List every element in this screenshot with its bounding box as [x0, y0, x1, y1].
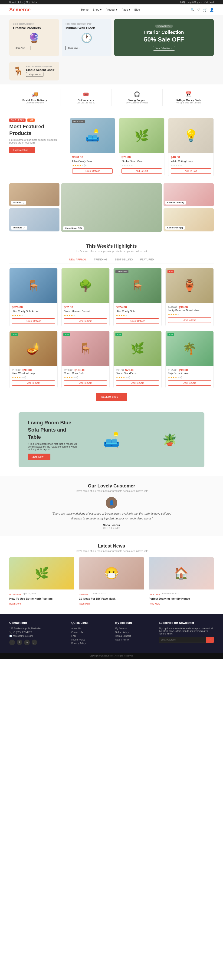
footer-link-contact[interactable]: Contact Us — [71, 631, 108, 633]
banner3-btn[interactable]: View Collection → — [153, 46, 175, 51]
explore-shop-bottom-btn[interactable]: Explore Shop → — [96, 393, 127, 401]
footer-quick-links: Quick Links About Us Contact Us FAQ Impo… — [71, 621, 108, 646]
news-cat: Home Decor — [79, 593, 91, 595]
add-to-cart-btn[interactable]: Add To Cart — [64, 380, 107, 386]
top-bar-right: FAQ Help & Support Gift Card — [180, 1, 214, 3]
add-to-cart-btn[interactable]: Add To Cart — [171, 169, 211, 174]
main-nav: Home Shop ▾ Product ▾ Page ▾ Blog — [81, 8, 140, 11]
tab-trending[interactable]: TRENDING — [90, 256, 111, 263]
cart-icon[interactable]: 🛒 — [203, 8, 207, 11]
promo-banner: Living Room Blue Sofa Plants and Table I… — [19, 412, 204, 467]
add-to-cart-btn[interactable]: Add To Cart — [168, 317, 211, 323]
add-to-cart-btn[interactable]: Add To Cart — [116, 380, 159, 386]
add-to-cart-btn[interactable]: Add To Cart — [168, 380, 211, 386]
news-date: April 18, 2022 — [93, 592, 106, 595]
add-to-cart-btn[interactable]: Add To Cart — [64, 318, 107, 324]
rating: ★★★★★ (0) — [116, 376, 130, 379]
product-body: $125.00 $99.00 Lucky Bamboo Strand Vase … — [165, 303, 213, 325]
footer-link-about[interactable]: About Us — [71, 627, 108, 630]
price-new: $99.00 — [22, 368, 32, 372]
promo-btn[interactable]: Shop Now → — [28, 453, 50, 460]
news-desc: Here's some of our most popular products… — [9, 550, 214, 552]
select-options-btn[interactable]: Select Options — [116, 318, 159, 324]
product-card: Out of Stock 🛋️ $320.00 Ultra Comfy Sofa… — [70, 118, 115, 176]
product-name: Crinco Chair Sofa — [64, 372, 107, 374]
footer-newsletter-desc: Sign up for our newsletter and stay up t… — [159, 627, 214, 635]
category-fashion[interactable]: Fashion (7) — [9, 183, 59, 207]
newsletter-email-input[interactable] — [159, 637, 206, 643]
promo-wrapper: Living Room Blue Sofa Plants and Table I… — [0, 412, 223, 476]
product-image: 🪑 — [10, 268, 58, 303]
footer-help-support[interactable]: Help & Support — [115, 635, 152, 637]
youtube-icon[interactable]: yt — [32, 640, 37, 645]
vase-icon: 🏺 — [183, 279, 197, 292]
banner2-btn[interactable]: Shop Now → — [66, 46, 83, 50]
feature-support-title: Strong Support — [128, 99, 146, 102]
select-options-btn[interactable]: Select Options — [72, 169, 113, 174]
footer-return-policy[interactable]: Return Policy — [115, 638, 152, 641]
rating: ★★★★★ (0) — [64, 376, 78, 379]
product-body: $125.00 $99.00 Tulp Ceramic Vase ★★★★★ (… — [165, 366, 213, 388]
banner4-btn[interactable]: Shop Now → — [26, 72, 43, 77]
nav-blog[interactable]: Blog — [135, 8, 140, 11]
logo[interactable]: Semerce — [9, 7, 30, 13]
newsletter-submit-btn[interactable]: → — [206, 637, 214, 643]
nav-product[interactable]: Product ▾ — [106, 8, 117, 11]
news-meta: Home Decor February 20, 2022 — [149, 591, 214, 596]
highlights-title: This Week's Highlights — [9, 243, 214, 249]
footer-account-link[interactable]: My Account — [115, 627, 152, 630]
category-lamp[interactable]: Lamp Shade (5) — [164, 208, 214, 231]
category-kitchen[interactable]: Kitchen Tools (5) — [164, 183, 214, 207]
wishlist-icon[interactable]: ♡ — [197, 8, 200, 11]
read-more-link[interactable]: Read More — [79, 603, 90, 605]
product-card: 20% 🌿 $99.00 $79.00 Streko Stand Vase ★★… — [113, 331, 162, 388]
product-name: Yuse Wooden Lamp — [12, 372, 55, 374]
features-bar: 🚚 Fast & Free Delivery On Order Over $50… — [0, 84, 223, 111]
product-body: $150.00 $99.00 Yuse Wooden Lamp ★★★★★ (0… — [10, 366, 58, 388]
banner-minimal-wall-clock: Hand made beautifully chair Minimal Wall… — [62, 19, 111, 56]
tab-featured[interactable]: FEATURED — [136, 256, 157, 263]
footer-link-faq[interactable]: FAQ — [71, 635, 108, 637]
category-furniture[interactable]: Furniture (7) — [9, 208, 59, 231]
cat-lamp-label: Lamp Shade (5) — [165, 226, 184, 229]
category-home-decor[interactable]: Home Decor (15) — [61, 183, 162, 232]
footer-order-history[interactable]: Order History — [115, 631, 152, 633]
category-grid: Fashion (7) Furniture (7) Home Decor (15… — [0, 183, 223, 237]
instagram-icon[interactable]: in — [24, 640, 30, 645]
price-new: $99.00 — [179, 305, 188, 309]
twitter-icon[interactable]: t — [17, 640, 22, 645]
footer-link-import[interactable]: Import Words — [71, 638, 108, 641]
news-headline: Perfect Drawing Identify House — [149, 597, 214, 601]
add-to-cart-btn[interactable]: Add To Cart — [12, 380, 55, 386]
select-options-btn[interactable]: Select Options — [12, 318, 55, 324]
footer-address: 123 Brodershugs St, Nashville — [9, 627, 64, 630]
account-icon[interactable]: 👤 — [210, 8, 214, 11]
search-icon[interactable]: 🔍 — [191, 8, 194, 11]
customer-role: CEO & Founder — [9, 527, 214, 530]
facebook-icon[interactable]: f — [9, 640, 15, 645]
news-card: 😷 Home Decor April 18, 2022 10 Ideas For… — [79, 557, 144, 607]
read-more-link[interactable]: Read More — [9, 603, 21, 605]
rating: ★★★★★ (0) — [12, 376, 26, 379]
explore-shop-btn[interactable]: Explore Shop → — [9, 147, 35, 153]
price-container: $125.00 $99.00 — [168, 305, 211, 309]
feature-money-back-title: 14-Days Money Back — [175, 99, 201, 102]
nav-shop[interactable]: Shop ▾ — [93, 8, 101, 11]
footer-social: f t in yt — [9, 640, 64, 645]
footer-link-privacy[interactable]: Privacy Policy — [71, 642, 108, 645]
footer-newsletter-title: Subscribe for Newsletter — [159, 621, 214, 625]
product-card: 🌳 $62.00 Streko Hamreo Bonsai ★★★★★ Add … — [61, 268, 110, 326]
tab-new-arrival[interactable]: NEW ARRIVAL — [66, 256, 90, 263]
product-image: 🌿 — [119, 118, 164, 153]
customer-section: Our Lovely Customer Here's some of our m… — [0, 476, 223, 536]
banner1-btn[interactable]: Shop Now → — [13, 46, 30, 50]
read-more-link[interactable]: Read More — [149, 603, 160, 605]
add-to-cart-btn[interactable]: Add To Cart — [122, 169, 162, 174]
nav-home[interactable]: Home — [81, 8, 88, 11]
product-body: $99.00 $79.00 Streko Stand Vase ★★★★★ (0… — [114, 366, 162, 388]
tab-best-selling[interactable]: BEST SELLING — [111, 256, 136, 263]
nav-page[interactable]: Page ▾ — [122, 8, 130, 11]
price-old: $125.00 — [168, 369, 177, 372]
hot-badge: HOT — [27, 118, 35, 122]
banner-creative-products: Get a beautiful product Creative Product… — [9, 19, 59, 56]
